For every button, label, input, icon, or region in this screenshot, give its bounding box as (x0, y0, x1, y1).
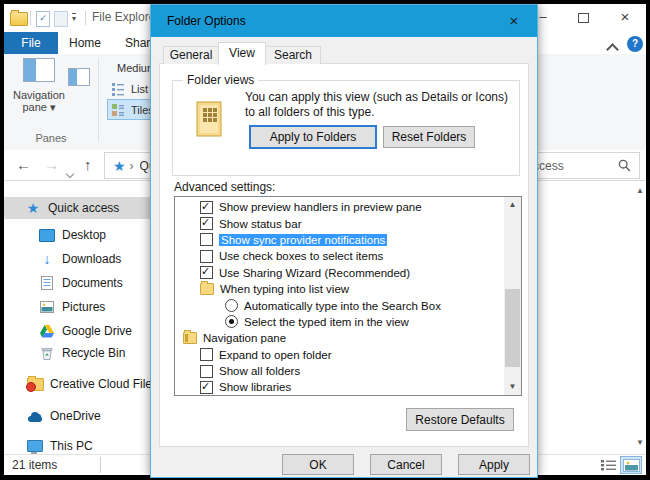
sidebar-item-label: This PC (50, 439, 93, 453)
setting-row[interactable]: Expand to open folder (175, 347, 504, 363)
quick-access-toolbar-properties-icon[interactable]: ✓ (36, 11, 50, 27)
sidebar-item-quick-access[interactable]: ★ Quick access (4, 197, 174, 219)
tab-file[interactable]: File (4, 32, 58, 54)
setting-label: Show sync provider notifications (219, 234, 387, 246)
tiles-view-icon (111, 103, 125, 117)
this-pc-icon (26, 438, 44, 454)
checkbox[interactable] (200, 250, 213, 263)
search-icon[interactable] (618, 159, 631, 172)
forward-icon[interactable]: → (44, 150, 59, 180)
apply-button[interactable]: Apply (458, 454, 530, 475)
reset-folders-button[interactable]: Reset Folders (383, 126, 475, 148)
sidebar-item-label: Downloads (62, 252, 121, 266)
setting-row[interactable]: Use check boxes to select items (175, 248, 504, 264)
download-arrow-icon: ↓ (38, 251, 56, 267)
navigation-pane-label: Navigation pane (13, 89, 65, 113)
apply-to-folders-button[interactable]: Apply to Folders (249, 125, 377, 149)
checkbox[interactable] (200, 348, 213, 361)
setting-group-row[interactable]: When typing into list view (175, 281, 504, 297)
recycle-bin-icon (38, 345, 56, 361)
ribbon-group-divider (98, 58, 99, 142)
divider (30, 11, 31, 25)
checkbox[interactable] (200, 365, 213, 378)
dropdown-caret-icon: ▾ (50, 101, 56, 113)
cancel-button[interactable]: Cancel (370, 454, 442, 475)
scroll-up-icon[interactable]: ▲ (633, 186, 647, 195)
setting-label: When typing into list view (220, 283, 349, 295)
radio-button[interactable] (225, 299, 238, 312)
details-view-toggle-icon[interactable] (598, 457, 618, 473)
checkbox[interactable] (200, 266, 213, 279)
tab-general[interactable]: General (163, 46, 219, 64)
sidebar-item-label: Quick access (48, 201, 119, 215)
setting-row[interactable]: Select the typed item in the view (175, 314, 504, 330)
scroll-down-icon[interactable]: ▼ (504, 379, 521, 395)
setting-label: Automatically type into the Search Box (244, 300, 441, 312)
setting-label: Use check boxes to select items (219, 250, 383, 262)
help-icon[interactable]: ? (627, 36, 643, 52)
navigation-pane-button[interactable]: Navigation pane ▾ (10, 58, 68, 132)
navigation-pane-icon (23, 58, 55, 82)
checkbox[interactable] (200, 233, 213, 246)
view-option-label: List (131, 83, 148, 95)
desktop-icon (38, 227, 56, 243)
list-scrollbar[interactable]: ▲ ▼ (504, 197, 521, 395)
folder-icon (200, 283, 214, 295)
tab-search[interactable]: Search (265, 46, 321, 64)
setting-label: Use Sharing Wizard (Recommended) (219, 267, 410, 279)
setting-row[interactable]: Show preview handlers in preview pane (175, 199, 504, 215)
thumbnail-view-toggle-icon[interactable] (621, 457, 641, 473)
scroll-down-icon[interactable]: ▼ (633, 438, 647, 447)
setting-row[interactable]: Automatically type into the Search Box (175, 297, 504, 313)
setting-label: Show preview handlers in preview pane (219, 201, 422, 213)
dialog-close-icon[interactable]: × (499, 8, 529, 34)
document-icon (38, 275, 56, 291)
up-icon[interactable]: ↑ (84, 150, 92, 180)
sidebar-item-label: Google Drive (62, 324, 132, 338)
groupbox-legend: Folder views (183, 73, 258, 87)
maximize-icon (578, 13, 589, 23)
scrollbar-thumb[interactable] (505, 289, 520, 367)
setting-row-selected[interactable]: Show sync provider notifications (175, 232, 504, 248)
sidebar-item-label: Recycle Bin (62, 346, 125, 360)
preview-pane-icon (68, 68, 90, 86)
back-icon[interactable]: ← (16, 150, 31, 180)
checkbox[interactable] (200, 217, 213, 230)
setting-label: Expand to open folder (219, 349, 332, 361)
sidebar-item-label: OneDrive (50, 409, 101, 423)
preview-pane-button[interactable] (68, 68, 90, 90)
setting-row[interactable]: Use Sharing Wizard (Recommended) (175, 265, 504, 281)
tab-home[interactable]: Home (57, 32, 113, 54)
view-tab-page: Folder views You can apply this view (su… (159, 63, 529, 447)
tab-view[interactable]: View (218, 42, 266, 65)
checkbox[interactable] (200, 381, 213, 394)
setting-label: Show all folders (219, 365, 300, 377)
creative-cloud-folder-icon (26, 376, 44, 392)
folder-views-description: You can apply this view (such as Details… (245, 90, 511, 120)
setting-label: Navigation pane (203, 332, 286, 344)
list-view-icon (111, 82, 125, 96)
quick-access-star-icon: ★ (113, 159, 126, 173)
recent-locations-icon[interactable] (67, 163, 73, 181)
scroll-up-icon[interactable]: ▲ (504, 197, 521, 213)
star-icon: ★ (24, 200, 42, 216)
setting-row[interactable]: Show all folders (175, 363, 504, 379)
setting-group-row[interactable]: Navigation pane (175, 330, 504, 346)
advanced-settings-list[interactable]: Show preview handlers in preview pane Sh… (174, 196, 522, 396)
maximize-button[interactable] (568, 6, 598, 28)
quick-access-toolbar-newfolder-icon[interactable] (54, 11, 68, 27)
ok-button[interactable]: OK (282, 454, 354, 475)
restore-defaults-button[interactable]: Restore Defaults (406, 408, 514, 431)
setting-row[interactable]: Show libraries (175, 379, 504, 395)
panes-group-label: Panes (4, 132, 98, 144)
sidebar-item-label: Pictures (62, 300, 105, 314)
folder-views-groupbox: Folder views You can apply this view (su… (172, 80, 520, 176)
setting-row[interactable]: Show status bar (175, 215, 504, 231)
checkbox[interactable] (200, 201, 213, 214)
close-button[interactable]: × (610, 6, 640, 28)
radio-button[interactable] (225, 315, 238, 328)
setting-label: Select the typed item in the view (244, 316, 409, 328)
google-drive-icon (38, 323, 56, 339)
navigation-pane-icon (183, 332, 197, 344)
customize-quick-access-toolbar-icon[interactable]: ▾ (72, 13, 76, 23)
